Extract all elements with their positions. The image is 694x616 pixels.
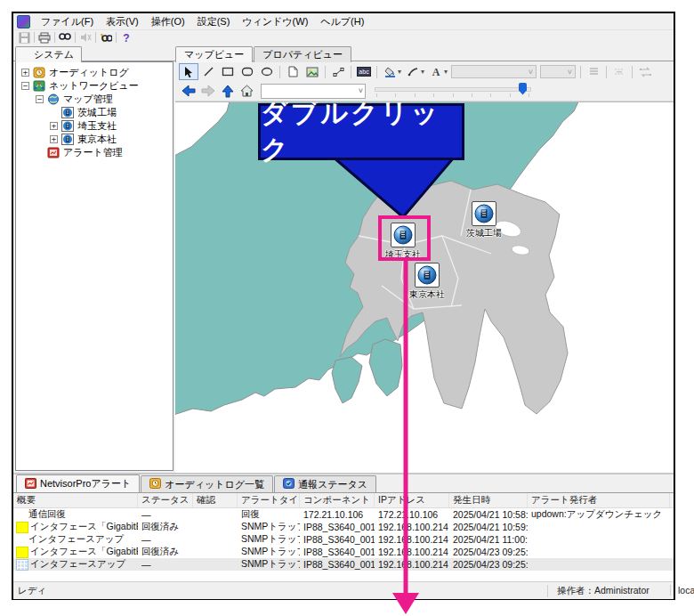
- menu-item-4[interactable]: ウィンドウ(W): [236, 13, 314, 30]
- alert-row-1[interactable]: インタフェース「GigabitEther 0/2...回復済みSNMPトラップI…: [13, 521, 674, 533]
- svg-text:A: A: [432, 66, 440, 77]
- tree-expander-collapsed[interactable]: +: [21, 69, 29, 77]
- toolbar-separator: [325, 66, 326, 78]
- alert-issuer: updown:アップダウンチェック: [528, 508, 670, 521]
- tab-map-view[interactable]: マップビュー: [175, 46, 253, 62]
- image-tool[interactable]: [303, 63, 322, 80]
- main-toolbar: ?: [13, 29, 674, 45]
- map-select-combobox[interactable]: ˅: [261, 84, 366, 99]
- back-button[interactable]: [179, 83, 198, 100]
- bottom-tabs: NetvisorProアラートオーディットログ一覧通報ステータス: [13, 474, 674, 493]
- alert-row-4[interactable]: インタフェースアップ—SNMPトラップIP88_S3640_001192.168…: [13, 558, 674, 571]
- select-tool[interactable]: [179, 63, 198, 80]
- alert-summary: インタフェースアップ: [28, 533, 124, 546]
- up-button[interactable]: [218, 83, 237, 100]
- rectangle-tool[interactable]: [218, 63, 238, 80]
- alert-time: 2025/04/21 10:59:49: [449, 522, 528, 532]
- sound-button: [77, 31, 93, 45]
- label-tool[interactable]: abc: [354, 63, 374, 80]
- alert-time: 2025/04/23 09:25:49: [449, 547, 528, 557]
- column-header-発生日時[interactable]: 発生日時: [449, 493, 528, 507]
- bottom-tab-1[interactable]: オーディットログ一覧: [141, 475, 273, 492]
- alert-type: 回復: [238, 508, 300, 521]
- shape-name-combo: ˅: [451, 65, 537, 78]
- search-run-button[interactable]: [98, 31, 114, 45]
- home-button[interactable]: [238, 83, 256, 100]
- menu-item-1[interactable]: 表示(V): [100, 13, 145, 30]
- column-header-確認[interactable]: 確認: [193, 493, 238, 507]
- alert-summary: 通信回復: [28, 508, 66, 521]
- find-button[interactable]: [57, 31, 73, 45]
- menu-item-3[interactable]: 設定(S): [191, 13, 237, 30]
- alert-type: SNMPトラップ: [238, 521, 300, 533]
- tree-item-label: 東京本社: [77, 133, 117, 146]
- alert-row-0[interactable]: 通信回復—回復172.21.10.106172.21.10.1062025/04…: [13, 508, 674, 521]
- tree-item-茨城工場[interactable]: 茨城工場: [16, 106, 173, 119]
- line-tool[interactable]: [198, 63, 218, 80]
- column-header-アラート発行者[interactable]: アラート発行者: [528, 493, 670, 507]
- line-style-tool[interactable]: [403, 63, 423, 80]
- toolbar-separator: [351, 66, 351, 78]
- alert-row-2[interactable]: インタフェースアップ—SNMPトラップIP88_S3640_001192.168…: [13, 533, 674, 546]
- svg-text:?: ?: [123, 32, 129, 44]
- tree-item-オーディットログ[interactable]: +オーディットログ: [16, 66, 173, 79]
- alert-ip: 192.168.100.214: [375, 547, 449, 557]
- tree-expander-expanded[interactable]: −: [21, 82, 29, 90]
- fill-color-tool[interactable]: [380, 63, 399, 80]
- severity-swatch-warning: [16, 522, 28, 533]
- ellipse-tool[interactable]: [257, 63, 277, 80]
- column-header-アラートタイプ[interactable]: アラートタイプ: [238, 493, 300, 507]
- zoom-slider[interactable]: [375, 83, 531, 100]
- column-header-概要[interactable]: 概要: [13, 493, 138, 507]
- tree-expander-collapsed[interactable]: +: [50, 135, 58, 143]
- alert-component: IP88_S3640_001: [300, 522, 375, 532]
- chevron-down-icon: ˅: [359, 86, 363, 95]
- tree-item-マップ管理[interactable]: −マップ管理: [16, 93, 173, 106]
- help-button[interactable]: ?: [118, 31, 134, 45]
- line-style-tool-dropdown[interactable]: ▾: [421, 68, 424, 76]
- column-header-IPアドレス[interactable]: IPアドレス: [375, 493, 449, 507]
- map-canvas[interactable]: ダブルクリック 埼玉支社茨城工場東京本社: [175, 101, 674, 474]
- forward-button[interactable]: [198, 83, 217, 100]
- print-button[interactable]: [36, 31, 52, 45]
- save-button: [16, 31, 32, 45]
- alert-summary: インタフェース「GigabitEther 0/2...: [30, 546, 138, 558]
- column-header-コンポーネント[interactable]: コンポーネント: [300, 493, 375, 507]
- toolbar-separator: [580, 66, 581, 78]
- alert-summary: インタフェース「GigabitEther 0/2...: [30, 521, 138, 533]
- alert-ip: 192.168.100.214: [375, 522, 449, 532]
- grid-tool: [609, 63, 629, 80]
- tree-expander-expanded[interactable]: −: [36, 95, 44, 103]
- alert-time: 2025/04/21 11:00:59: [449, 534, 528, 545]
- alert-icon: [47, 147, 60, 158]
- tree-item-ネットワークビュー[interactable]: −ネットワークビュー: [16, 79, 173, 93]
- menu-item-2[interactable]: 操作(O): [145, 13, 191, 30]
- fill-color-tool-dropdown[interactable]: ▾: [398, 68, 401, 76]
- map-pane: マップビュープロパティビュー abc▾▾A▾˅˅: [175, 45, 674, 473]
- font-tool-dropdown[interactable]: ▾: [444, 68, 448, 76]
- menu-item-0[interactable]: ファイル(F): [35, 13, 100, 30]
- tree-item-埼玉支社[interactable]: +埼玉支社: [16, 119, 173, 133]
- toolbar-separator: [279, 66, 280, 78]
- bottom-tab-2[interactable]: 通報ステータス: [274, 475, 376, 492]
- status-host-label: local: [670, 585, 694, 596]
- map-globe-icon: [47, 93, 60, 105]
- tree-item-アラート管理[interactable]: アラート管理: [16, 146, 173, 159]
- tree-expander-collapsed[interactable]: +: [50, 122, 58, 130]
- alert-row-3[interactable]: インタフェース「GigabitEther 0/2...回復済みSNMPトラップI…: [13, 546, 674, 558]
- rounded-rectangle-tool[interactable]: [238, 63, 257, 80]
- column-header-ステータス[interactable]: ステータス: [138, 493, 193, 507]
- menu-item-5[interactable]: ヘルプ(H): [314, 13, 370, 30]
- bottom-tab-0[interactable]: NetvisorProアラート: [16, 474, 140, 492]
- tab-system[interactable]: システム: [15, 46, 82, 62]
- page-tool[interactable]: [283, 63, 303, 80]
- tree-item-東京本社[interactable]: +東京本社: [16, 133, 173, 146]
- font-tool[interactable]: A: [426, 63, 446, 80]
- alert-table-header: 概要ステータス確認アラートタイプコンポーネントIPアドレス発生日時アラート発行者: [13, 493, 674, 508]
- connector-tool[interactable]: [328, 63, 348, 80]
- draw-toolbar: abc▾▾A▾˅˅: [175, 62, 674, 81]
- tab-property-view[interactable]: プロパティビュー: [254, 46, 351, 62]
- alert-time: 2025/04/21 10:58:53: [449, 509, 528, 520]
- bottom-tab-label: NetvisorProアラート: [40, 477, 131, 490]
- zoom-slider-track: [375, 87, 531, 92]
